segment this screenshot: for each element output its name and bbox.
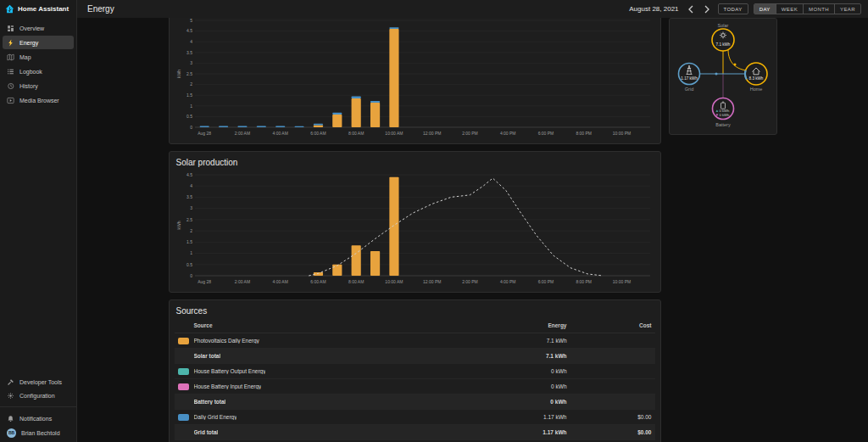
content-scroll-area[interactable]: 00.511.522.533.544.55Aug 282:00 AM4:00 A… bbox=[77, 18, 868, 442]
hammer-icon bbox=[7, 378, 14, 386]
sidebar-item-label: History bbox=[19, 83, 38, 89]
range-tab-year[interactable]: YEAR bbox=[834, 4, 860, 14]
svg-text:2:00 PM: 2:00 PM bbox=[462, 279, 478, 284]
sources-total-row: Battery total0 kWh bbox=[175, 394, 655, 410]
svg-text:6:00 AM: 6:00 AM bbox=[310, 131, 326, 136]
sidebar-item-overview[interactable]: Overview bbox=[3, 21, 74, 35]
source-label: Photovoltaics Daily Energy bbox=[194, 338, 259, 344]
svg-text:8:00 AM: 8:00 AM bbox=[348, 279, 364, 284]
battery-node-label: Battery bbox=[715, 122, 731, 127]
svg-text:0: 0 bbox=[190, 125, 192, 130]
sidebar-header[interactable]: Home Assistant bbox=[0, 0, 76, 18]
energy-distribution-card: Solar 7.1 kWh 1.17 kWh Grid bbox=[669, 18, 777, 135]
source-energy-value: 0 kWh bbox=[491, 399, 567, 405]
svg-text:6:00 PM: 6:00 PM bbox=[537, 131, 554, 136]
sidebar-item-label: Energy bbox=[19, 40, 38, 46]
sidebar-item-logbook[interactable]: Logbook bbox=[3, 64, 74, 78]
sources-total-row: Solar total7.1 kWh bbox=[175, 349, 655, 364]
home-node-label: Home bbox=[749, 87, 762, 92]
svg-text:12:00 PM: 12:00 PM bbox=[422, 279, 440, 284]
swatch-spacer bbox=[178, 429, 189, 436]
svg-text:4: 4 bbox=[190, 39, 192, 44]
svg-text:2.5: 2.5 bbox=[186, 71, 192, 76]
svg-text:0.5: 0.5 bbox=[186, 262, 192, 267]
svg-text:kWh: kWh bbox=[176, 221, 181, 229]
source-energy-value: 1.17 kWh bbox=[491, 414, 567, 420]
solar-production-chart[interactable]: 00.511.522.533.544.5Aug 282:00 AM4:00 AM… bbox=[175, 170, 655, 287]
range-tab-month[interactable]: MONTH bbox=[803, 4, 834, 14]
column-source: Source bbox=[178, 322, 491, 328]
source-label: Grid total bbox=[194, 429, 219, 435]
source-energy-value: 1.17 kWh bbox=[491, 429, 567, 435]
svg-text:2: 2 bbox=[190, 81, 192, 87]
solar-production-card: Solar production 00.511.522.533.544.5Aug… bbox=[169, 151, 661, 293]
app-root: Home Assistant OverviewEnergyMapLogbookH… bbox=[0, 0, 868, 442]
sidebar-item-label: Map bbox=[19, 54, 31, 60]
chevron-left-icon bbox=[687, 5, 694, 14]
page-title: Energy bbox=[87, 4, 114, 14]
svg-text:10:00 PM: 10:00 PM bbox=[612, 131, 630, 136]
top-app-bar: Energy August 28, 2021 TODAY DAYWEEKMONT… bbox=[77, 0, 868, 18]
media-icon bbox=[7, 97, 14, 104]
sidebar-item-media-browser[interactable]: Media Browser bbox=[3, 93, 74, 107]
svg-text:3.5: 3.5 bbox=[186, 50, 192, 55]
source-energy-value: 7.1 kWh bbox=[491, 353, 567, 359]
home-assistant-logo-icon bbox=[5, 4, 14, 14]
bell-icon bbox=[7, 415, 14, 422]
svg-text:6:00 PM: 6:00 PM bbox=[537, 279, 554, 284]
sidebar-nav: OverviewEnergyMapLogbookHistoryMedia Bro… bbox=[0, 18, 76, 107]
sidebar-item-label: Overview bbox=[19, 25, 44, 31]
sidebar-item-user-profile[interactable]: BB Brian Bechtold bbox=[3, 426, 74, 439]
svg-text:5: 5 bbox=[190, 18, 192, 23]
sources-total-row: Grid total1.17 kWh$0.00 bbox=[175, 425, 655, 440]
svg-text:0: 0 bbox=[190, 273, 192, 278]
sidebar-bottom: Developer ToolsConfiguration Notificatio… bbox=[0, 375, 76, 442]
today-button[interactable]: TODAY bbox=[718, 3, 748, 14]
svg-text:4.5: 4.5 bbox=[186, 172, 192, 177]
svg-text:4:00 AM: 4:00 AM bbox=[272, 131, 287, 136]
home-node[interactable] bbox=[745, 63, 767, 85]
sidebar-item-configuration[interactable]: Configuration bbox=[3, 389, 74, 402]
source-cost-value: $0.00 bbox=[567, 429, 652, 435]
sidebar-item-label: Notifications bbox=[19, 416, 52, 422]
svg-text:8:00 PM: 8:00 PM bbox=[576, 131, 592, 136]
distribution-column: Solar 7.1 kWh 1.17 kWh Grid bbox=[669, 18, 777, 442]
solar-production-title: Solar production bbox=[176, 158, 655, 167]
svg-text:1: 1 bbox=[190, 250, 192, 255]
solar-node-label: Solar bbox=[717, 23, 728, 28]
sources-title: Sources bbox=[176, 306, 655, 316]
sidebar-item-notifications[interactable]: Notifications bbox=[3, 411, 74, 425]
previous-day-button[interactable] bbox=[686, 3, 697, 14]
lightning-bolt-icon bbox=[7, 39, 14, 47]
next-day-button[interactable] bbox=[702, 3, 713, 14]
source-color-swatch bbox=[178, 383, 189, 390]
sidebar-item-history[interactable]: History bbox=[3, 79, 74, 92]
grid-node-label: Grid bbox=[684, 87, 693, 92]
battery-in-value: 0 kWh bbox=[719, 113, 730, 117]
energy-usage-chart[interactable]: 00.511.522.533.544.55Aug 282:00 AM4:00 A… bbox=[175, 18, 655, 138]
energy-distribution-graph: Solar 7.1 kWh 1.17 kWh Grid bbox=[672, 21, 774, 128]
sidebar-divider bbox=[0, 406, 76, 407]
user-name-label: Brian Bechtold bbox=[21, 430, 60, 436]
svg-text:8:00 AM: 8:00 AM bbox=[348, 131, 364, 136]
range-tab-day[interactable]: DAY bbox=[754, 4, 776, 14]
sidebar-item-energy[interactable]: Energy bbox=[3, 36, 74, 49]
svg-text:2:00 AM: 2:00 AM bbox=[234, 279, 249, 284]
logbook-icon bbox=[7, 68, 14, 76]
svg-text:2: 2 bbox=[190, 228, 192, 233]
source-energy-value: 0 kWh bbox=[491, 383, 567, 389]
source-energy-value: 7.1 kWh bbox=[491, 338, 567, 344]
app-title: Home Assistant bbox=[18, 5, 69, 13]
svg-text:0.5: 0.5 bbox=[186, 114, 192, 119]
range-tab-week[interactable]: WEEK bbox=[776, 4, 803, 14]
map-icon bbox=[7, 53, 14, 61]
column-cost: Cost bbox=[567, 322, 652, 328]
sidebar-item-map[interactable]: Map bbox=[3, 50, 74, 64]
charts-column: 00.511.522.533.544.55Aug 282:00 AM4:00 A… bbox=[169, 18, 661, 442]
sidebar-item-developer-tools[interactable]: Developer Tools bbox=[3, 375, 74, 389]
column-energy: Energy bbox=[491, 322, 567, 328]
sidebar-item-label: Configuration bbox=[19, 393, 55, 399]
svg-text:4.5: 4.5 bbox=[186, 28, 192, 33]
solar-node-value: 7.1 kWh bbox=[715, 42, 730, 47]
source-energy-value: 0 kWh bbox=[491, 368, 567, 374]
